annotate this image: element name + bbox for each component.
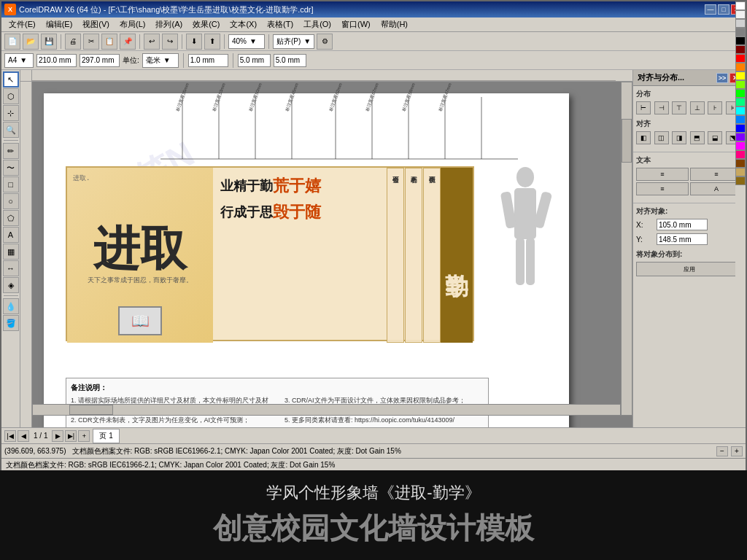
align-x-input[interactable] — [657, 219, 708, 230]
color-blue[interactable] — [735, 115, 746, 124]
freehand-tool[interactable]: ✏ — [3, 143, 19, 159]
text-align-right[interactable]: ≡ — [636, 182, 689, 195]
menu-arrange[interactable]: 排列(A) — [151, 18, 187, 31]
redo-button[interactable]: ↪ — [162, 34, 178, 50]
width-input[interactable] — [36, 54, 77, 67]
zoom-in-btn[interactable]: + — [731, 446, 743, 456]
menu-file[interactable]: 文件(E) — [4, 18, 40, 31]
color-lime[interactable] — [735, 80, 746, 89]
color-black[interactable] — [735, 36, 746, 45]
ellipse-tool[interactable]: ○ — [3, 193, 19, 209]
dist-right[interactable]: ⊤ — [672, 101, 686, 114]
menu-edit[interactable]: 编辑(E) — [42, 18, 77, 31]
menu-effects[interactable]: 效果(C) — [188, 18, 224, 31]
zoom-out-btn[interactable]: − — [716, 446, 728, 456]
horizontal-scrollbar[interactable] — [32, 404, 621, 416]
color-green[interactable] — [735, 89, 746, 98]
open-button[interactable]: 📂 — [23, 34, 39, 50]
y-input[interactable] — [274, 54, 306, 67]
color-darkred[interactable] — [735, 45, 746, 54]
menu-text[interactable]: 文本(X) — [225, 18, 261, 31]
menu-window[interactable]: 窗口(W) — [337, 18, 375, 31]
panel-expand-btn[interactable]: >> — [716, 73, 728, 83]
color-darkblue[interactable] — [735, 124, 746, 133]
rectangle-tool[interactable]: □ — [3, 176, 19, 192]
align-right[interactable]: ◨ — [672, 131, 686, 144]
dist-top[interactable]: ⊥ — [690, 101, 705, 114]
h-scroll-thumb[interactable] — [69, 405, 113, 415]
page-first-btn[interactable]: |◀ — [4, 430, 16, 442]
align-left[interactable]: ◧ — [636, 131, 651, 144]
cut-button[interactable]: ✂ — [83, 34, 99, 50]
polygon-tool[interactable]: ⬠ — [3, 210, 19, 226]
color-darkgold[interactable] — [735, 176, 746, 185]
new-button[interactable]: 📄 — [4, 34, 20, 50]
fill-tool[interactable]: 🪣 — [3, 315, 19, 331]
x-input[interactable] — [238, 54, 271, 67]
menu-view[interactable]: 视图(V) — [78, 18, 114, 31]
crop-tool[interactable]: ⊹ — [3, 105, 19, 121]
ruler-left — [20, 82, 32, 427]
color-mint[interactable] — [735, 98, 746, 106]
paste-button[interactable]: 📌 — [120, 34, 136, 50]
color-yellow[interactable] — [735, 71, 746, 80]
v-scroll-thumb[interactable] — [622, 119, 632, 163]
color-white[interactable] — [735, 1, 746, 10]
snap-dropdown[interactable]: 贴齐(P) ▼ — [273, 34, 314, 49]
page-last-btn[interactable]: ▶| — [65, 430, 77, 442]
align-center-h[interactable]: ◫ — [654, 131, 669, 144]
table-tool[interactable]: ▦ — [3, 244, 19, 260]
color-orange[interactable] — [735, 63, 746, 71]
copy-button[interactable]: 📋 — [101, 34, 117, 50]
zoom-dropdown[interactable]: 40% ▼ — [228, 34, 265, 49]
align-center-v[interactable]: ⬓ — [708, 131, 722, 144]
menu-tools[interactable]: 工具(O) — [299, 18, 336, 31]
page-add-btn[interactable]: + — [78, 430, 90, 442]
eyedropper-tool[interactable]: 💧 — [3, 298, 19, 314]
unit-dropdown[interactable]: 毫米▼ — [142, 53, 179, 68]
color-pink[interactable] — [735, 150, 746, 159]
import-button[interactable]: ⬇ — [186, 34, 202, 50]
color-brown[interactable] — [735, 159, 746, 168]
save-button[interactable]: 💾 — [41, 34, 57, 50]
page-size-dropdown[interactable]: A4▼ — [4, 53, 34, 68]
height-input[interactable] — [80, 54, 120, 67]
color-magenta[interactable] — [735, 141, 746, 150]
page-tab[interactable]: 页 1 — [93, 429, 119, 443]
color-violet[interactable] — [735, 133, 746, 141]
vertical-scrollbar[interactable] — [621, 82, 632, 416]
select-tool[interactable]: ↖ — [3, 71, 19, 88]
maximize-button[interactable]: □ — [718, 4, 729, 15]
text-tool[interactable]: A — [3, 227, 19, 243]
page-prev-btn[interactable]: ◀ — [18, 430, 29, 442]
menu-layout[interactable]: 布局(L) — [115, 18, 150, 31]
minimize-button[interactable]: — — [705, 4, 716, 15]
undo-button[interactable]: ↩ — [144, 34, 160, 50]
dist-left[interactable]: ⊢ — [636, 101, 651, 114]
dimension-tool[interactable]: ↔ — [3, 260, 19, 276]
zoom-tool[interactable]: 🔍 — [3, 122, 19, 138]
menu-table[interactable]: 表格(T) — [263, 18, 298, 31]
align-top[interactable]: ⬒ — [690, 131, 705, 144]
smart-draw-tool[interactable]: 〜 — [3, 160, 19, 176]
dist-center-v[interactable]: ⊦ — [708, 101, 722, 114]
shape-tool[interactable]: ⬡ — [3, 88, 19, 104]
color-red[interactable] — [735, 54, 746, 63]
dist-center-h[interactable]: ⊣ — [654, 101, 669, 114]
page-next-btn[interactable]: ▶ — [52, 430, 63, 442]
linewidth-input[interactable] — [188, 54, 228, 67]
canvas-area[interactable]: // Ruler ticks will be drawn via CSS 北笠N… — [20, 70, 632, 427]
color-gray[interactable] — [735, 28, 746, 36]
color-silver[interactable] — [735, 19, 746, 28]
print-button[interactable]: 🖨 — [65, 34, 81, 50]
distribute-apply-btn[interactable]: 应用 — [636, 262, 743, 276]
interactive-tool[interactable]: ◈ — [3, 277, 19, 293]
menu-help[interactable]: 帮助(H) — [376, 18, 412, 31]
color-lightgray[interactable] — [735, 10, 746, 19]
color-gold[interactable] — [735, 168, 746, 176]
options-button[interactable]: ⚙ — [317, 34, 333, 50]
text-align-left[interactable]: ≡ — [636, 168, 689, 181]
export-button[interactable]: ⬆ — [204, 34, 220, 50]
align-y-input[interactable] — [657, 233, 708, 245]
color-cyan[interactable] — [735, 106, 746, 115]
